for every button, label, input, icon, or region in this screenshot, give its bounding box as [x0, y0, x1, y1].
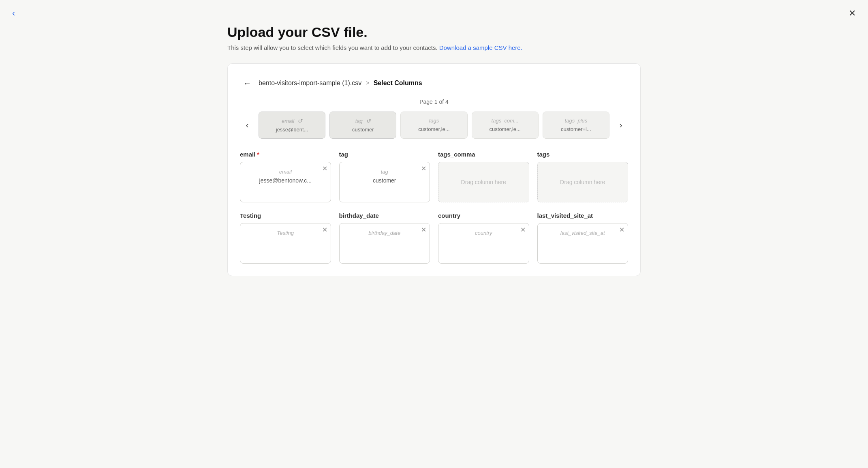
drop-zone-group-tags-zone: tagsDrag column here — [537, 151, 629, 202]
remove-button-country-zone[interactable]: ✕ — [520, 227, 526, 233]
carousel-prev-button[interactable]: ‹ — [240, 118, 254, 133]
drop-zone-box-birthday-zone[interactable]: birthday_date✕ — [339, 223, 430, 264]
refresh-icon[interactable]: ↺ — [297, 118, 302, 124]
drop-zone-label-email-zone: email * — [240, 151, 331, 158]
carousel-card-value: customer,le... — [478, 126, 532, 132]
next-icon: › — [620, 120, 622, 130]
back-icon-top: ‹ — [12, 8, 15, 18]
drop-zone-box-email-zone[interactable]: emailjesse@bentonow.c...✕ — [240, 162, 331, 202]
carousel-col-label: tags_com... — [492, 118, 519, 124]
breadcrumb-filename: bento-visitors-import-sample (1).csv — [259, 79, 361, 87]
drop-zones-grid: email *emailjesse@bentonow.c...✕tagtagcu… — [240, 151, 628, 264]
filled-tag-label-country-zone: country — [445, 230, 522, 236]
remove-button-tag-zone[interactable]: ✕ — [421, 165, 426, 172]
filled-tag-value-tag-zone: customer — [346, 177, 423, 184]
breadcrumb: ← bento-visitors-import-sample (1).csv >… — [240, 76, 628, 90]
remove-button-last-visited-zone[interactable]: ✕ — [619, 227, 624, 233]
remove-button-email-zone[interactable]: ✕ — [322, 165, 327, 172]
breadcrumb-separator: > — [366, 79, 369, 87]
carousel-col-label: tag — [355, 118, 363, 124]
drop-zone-label-tags-comma-zone: tags_comma — [438, 151, 529, 158]
filled-tag-label-last-visited-zone: last_visited_site_at — [544, 230, 622, 236]
filled-tag-value-email-zone: jesse@bentonow.c... — [247, 177, 324, 184]
carousel-col-label: email — [282, 118, 294, 124]
drop-zone-group-country-zone: countrycountry✕ — [438, 212, 529, 264]
filled-tag-label-tag-zone: tag — [346, 169, 423, 175]
drop-zone-label-last-visited-zone: last_visited_site_at — [537, 212, 629, 219]
carousel-card-header: tags_com... — [478, 118, 532, 124]
carousel-card-header: tag ↺ — [336, 118, 390, 124]
page-subtitle: This step will allow you to select which… — [227, 44, 641, 51]
close-icon: ✕ — [849, 8, 856, 18]
page-title: Upload your CSV file. — [227, 24, 641, 40]
drop-zone-label-tag-zone: tag — [339, 151, 430, 158]
drop-zone-group-tags-comma-zone: tags_commaDrag column here — [438, 151, 529, 202]
carousel-card-tags-plus-col[interactable]: tags_plus customer+l... — [543, 112, 609, 139]
carousel-card-tag-col[interactable]: tag ↺ customer — [329, 112, 396, 139]
carousel: ‹ email ↺ jesse@bent... tag ↺ customer t… — [240, 112, 628, 139]
drop-zone-box-tags-zone[interactable]: Drag column here — [537, 162, 629, 202]
carousel-card-email-col[interactable]: email ↺ jesse@bent... — [259, 112, 325, 139]
drop-zone-label-country-zone: country — [438, 212, 529, 219]
carousel-next-button[interactable]: › — [614, 118, 628, 133]
carousel-card-header: tags_plus — [549, 118, 603, 124]
carousel-card-header: tags — [406, 118, 461, 124]
required-star-email-zone: * — [257, 151, 259, 158]
drop-zone-group-birthday-zone: birthday_datebirthday_date✕ — [339, 212, 430, 264]
drop-zone-box-country-zone[interactable]: country✕ — [438, 223, 529, 264]
subtitle-text: This step will allow you to select which… — [227, 44, 438, 51]
filled-tag-label-testing-zone: Testing — [247, 230, 324, 236]
filled-tag-label-email-zone: email — [247, 169, 324, 175]
carousel-card-tags-com-col[interactable]: tags_com... customer,le... — [472, 112, 539, 139]
breadcrumb-current: Select Columns — [374, 79, 422, 87]
carousel-col-label: tags_plus — [565, 118, 588, 124]
download-link[interactable]: Download a sample CSV here. — [439, 44, 522, 51]
drop-zone-group-tag-zone: tagtagcustomer✕ — [339, 151, 430, 202]
close-button[interactable]: ✕ — [849, 8, 856, 19]
filled-tag-label-birthday-zone: birthday_date — [346, 230, 423, 236]
carousel-card-value: customer+l... — [549, 126, 603, 132]
drop-zone-label-tags-zone: tags — [537, 151, 629, 158]
carousel-items: email ↺ jesse@bent... tag ↺ customer tag… — [259, 112, 609, 139]
carousel-card-value: customer,le... — [406, 126, 461, 132]
drop-zone-group-email-zone: email *emailjesse@bentonow.c...✕ — [240, 151, 331, 202]
drop-zone-group-testing-zone: TestingTesting✕ — [240, 212, 331, 264]
remove-button-birthday-zone[interactable]: ✕ — [421, 227, 426, 233]
drop-zone-label-birthday-zone: birthday_date — [339, 212, 430, 219]
drop-zone-label-testing-zone: Testing — [240, 212, 331, 219]
prev-icon: ‹ — [246, 120, 249, 130]
drop-zone-box-tags-comma-zone[interactable]: Drag column here — [438, 162, 529, 202]
carousel-card-tags-col[interactable]: tags customer,le... — [400, 112, 467, 139]
carousel-card-header: email ↺ — [265, 118, 319, 124]
carousel-card-value: jesse@bent... — [265, 127, 319, 133]
refresh-icon[interactable]: ↺ — [366, 118, 371, 124]
back-button-top[interactable]: ‹ — [12, 8, 15, 19]
drop-zone-placeholder-tags-comma-zone: Drag column here — [461, 179, 506, 185]
carousel-col-label: tags — [429, 118, 439, 124]
back-breadcrumb-icon: ← — [243, 79, 251, 88]
remove-button-testing-zone[interactable]: ✕ — [322, 227, 327, 233]
drop-zone-placeholder-tags-zone: Drag column here — [560, 179, 605, 185]
drop-zone-box-tag-zone[interactable]: tagcustomer✕ — [339, 162, 430, 202]
carousel-card-value: customer — [336, 127, 390, 133]
drop-zone-group-last-visited-zone: last_visited_site_atlast_visited_site_at… — [537, 212, 629, 264]
drop-zone-box-last-visited-zone[interactable]: last_visited_site_at✕ — [537, 223, 629, 264]
main-card: ← bento-visitors-import-sample (1).csv >… — [227, 63, 641, 276]
drop-zone-box-testing-zone[interactable]: Testing✕ — [240, 223, 331, 264]
page-indicator: Page 1 of 4 — [240, 99, 628, 105]
breadcrumb-back-button[interactable]: ← — [240, 76, 254, 90]
